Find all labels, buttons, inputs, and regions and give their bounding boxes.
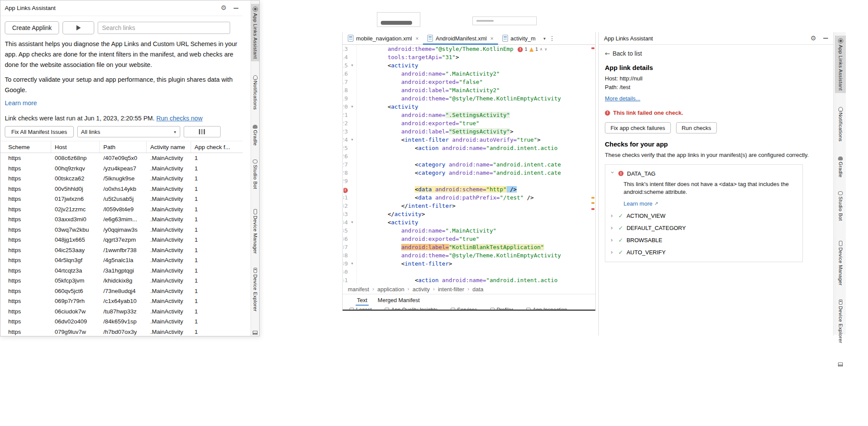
error-stripe-mark[interactable] xyxy=(591,208,594,210)
code-line[interactable]: 29 xyxy=(343,177,595,185)
breadcrumb-item-manifest[interactable]: manifest xyxy=(348,286,369,293)
more-details-link[interactable]: More details... xyxy=(605,95,640,102)
code-editor[interactable]: 13 android:theme="@style/Theme.KotlinEmp… xyxy=(343,45,595,284)
column-header[interactable]: Host xyxy=(51,141,100,153)
table-row[interactable]: https048jg1x665/qgrt37ezpm.MainActivity1 xyxy=(0,235,243,245)
bottom-tab-text[interactable]: Text xyxy=(353,296,371,305)
code-line[interactable]: 25 <action android:name="android.intent.… xyxy=(343,144,595,152)
code-line[interactable]: 14 tools:targetApi="31"> xyxy=(343,53,595,61)
fold-marker-icon[interactable]: ▾ xyxy=(348,218,357,226)
code-line[interactable]: 26 xyxy=(343,152,595,160)
check-row-auto-verify[interactable]: ›✓AUTO_VERIFY xyxy=(611,249,797,256)
bottom-tool-tab-services[interactable]: Services xyxy=(451,306,477,310)
table-row[interactable]: https05kfcp3jvm/khidckix8g.MainActivity1 xyxy=(0,276,243,286)
tool-strip-tab-device-manager[interactable]: Device Manager xyxy=(835,238,846,288)
tool-strip-tab-notifications[interactable]: Notifications xyxy=(251,73,259,113)
hidden-tabs-chevron-icon[interactable]: ▾ xyxy=(543,36,545,41)
code-line[interactable]: 19 android:theme="@style/Theme.KotlinEmp… xyxy=(343,94,595,103)
column-settings-button[interactable] xyxy=(184,126,221,137)
tool-strip-tab-studio-bot[interactable]: Studio Bot xyxy=(835,188,846,223)
error-stripe-mark[interactable] xyxy=(591,47,594,49)
table-row[interactable]: https00v5hhld0j/o0xhs14ykb.MainActivity1 xyxy=(0,184,243,194)
table-row[interactable]: https008c6z68np/407e09q5x0.MainActivity1 xyxy=(0,153,243,163)
code-line[interactable]: 23 android:label="SettingsActivity"> xyxy=(343,127,595,136)
code-line[interactable]: 34▾ <activity xyxy=(343,218,595,226)
code-line[interactable]: 28 <category android:name="android.inten… xyxy=(343,169,595,177)
check-row-browsable[interactable]: ›✓BROWSABLE xyxy=(611,236,797,243)
tool-strip-tab-device-manager[interactable]: Device Manager xyxy=(251,206,259,256)
tool-strip-tab-gradle[interactable]: Gradle xyxy=(251,122,259,148)
table-row[interactable]: https06dv02o409/84k659v1sp.MainActivity1 xyxy=(0,316,243,327)
check-learn-more[interactable]: Learn more ↗ xyxy=(624,200,797,207)
table-row[interactable]: https079g9luv7w/h7bd07ox3y.MainActivity1 xyxy=(0,327,243,337)
code-line[interactable]: 22 android:exported="true" xyxy=(343,119,595,127)
code-line[interactable]: 31 <data android:pathPrefix="/test" /> xyxy=(343,193,595,202)
code-line[interactable]: 36 android:exported="true" xyxy=(343,235,595,243)
inspection-widget[interactable]: !11∧∨ xyxy=(518,45,547,53)
table-row[interactable]: https04rtcqtz3a/3a1hgptqgi.MainActivity1 xyxy=(0,266,243,276)
warning-stripe-mark[interactable] xyxy=(591,202,594,204)
warning-stripe-mark[interactable] xyxy=(591,197,594,199)
code-line[interactable]: 38 android:theme="@style/Theme.KotlinEmp… xyxy=(343,251,595,260)
close-icon[interactable]: × xyxy=(416,35,419,42)
code-line[interactable]: 20▾ <activity xyxy=(343,103,595,111)
bottom-tool-tab-logcat[interactable]: Logcat xyxy=(350,306,372,310)
bottom-tool-tab-app-quality-insights[interactable]: App Quality Insights xyxy=(385,306,438,310)
column-header[interactable]: Scheme xyxy=(0,141,51,153)
code-line[interactable]: 18 android:label="MainActivity2" xyxy=(343,86,595,94)
fold-marker-icon[interactable]: ▾ xyxy=(348,61,357,70)
search-input[interactable] xyxy=(98,22,230,34)
table-row[interactable]: https04ic253aay/1wwnfbr738.MainActivity1 xyxy=(0,245,243,256)
code-line[interactable]: 32 </intent-filter> xyxy=(343,202,595,210)
tool-strip-tab-device-explorer[interactable]: Device Explorer xyxy=(835,297,846,346)
tool-strip-extra-tab[interactable] xyxy=(251,328,259,337)
tool-strip-tab-app-links-assistant[interactable]: App Links Assistant xyxy=(251,4,259,61)
breadcrumb-item-application[interactable]: application xyxy=(377,286,404,293)
links-filter-dropdown[interactable]: All links ▾ xyxy=(77,126,180,137)
bottom-tab-merged-manifest[interactable]: Merged Manifest xyxy=(374,296,424,305)
back-to-list-link[interactable]: ← Back to list xyxy=(605,50,827,57)
table-row[interactable]: https017jwlxzn6/u5t2usab5j.MainActivity1 xyxy=(0,194,243,204)
check-row-action-view[interactable]: ›✓ACTION_VIEW xyxy=(611,212,797,219)
code-line[interactable]: 33 </activity> xyxy=(343,210,595,218)
code-line[interactable]: 39▾ <intent-filter> xyxy=(343,260,595,268)
bottom-tool-tab-app-inspection[interactable]: App Inspection xyxy=(526,306,567,310)
tool-strip-tab-studio-bot[interactable]: Studio Bot xyxy=(251,156,259,192)
table-row[interactable]: https060qv5jct6/73ne8udqj4.MainActivity1 xyxy=(0,286,243,296)
breadcrumb-item-intent-filter[interactable]: intent-filter xyxy=(438,286,464,293)
close-icon[interactable]: × xyxy=(490,35,494,42)
fold-marker-icon[interactable]: ▾ xyxy=(348,103,357,111)
code-line[interactable]: 16 android:name=".MainActivity2" xyxy=(343,70,595,78)
tool-strip-tab-device-explorer[interactable]: Device Explorer xyxy=(251,265,259,314)
create-applink-button[interactable]: Create Applink xyxy=(5,21,59,34)
check-row-default-category[interactable]: ›✓DEFAULT_CATEGORY xyxy=(611,224,797,231)
code-line[interactable]: 41 <action android:name="android.intent.… xyxy=(343,276,595,284)
check-row-data-tag[interactable]: › ! DATA_TAG xyxy=(611,170,797,177)
next-issue-icon[interactable]: ∨ xyxy=(545,45,548,53)
code-line[interactable]: 13 android:theme="@style/Theme.KotlinEmp… xyxy=(343,45,595,53)
column-header[interactable]: Path xyxy=(100,141,147,153)
gear-icon[interactable]: ⚙ xyxy=(811,35,816,42)
breadcrumb-item-activity[interactable]: activity xyxy=(413,286,430,293)
code-line[interactable]: 17 android:exported="false" xyxy=(343,78,595,86)
tool-strip-tab-app-links-assistant[interactable]: App Links Assistant xyxy=(835,36,846,93)
code-line[interactable]: 15▾ <activity xyxy=(343,61,595,70)
table-row[interactable]: https02jv21zzmc/l059v8t4e9.MainActivity1 xyxy=(0,204,243,215)
fold-marker-icon[interactable]: ▾ xyxy=(348,136,357,144)
column-header[interactable]: Activity name xyxy=(147,141,191,153)
learn-more-link[interactable]: Learn more xyxy=(5,100,37,106)
tool-strip-extra-tab[interactable] xyxy=(835,360,846,369)
code-line[interactable]: 21 android:name=".SettingsActivity" xyxy=(343,111,595,119)
run-checks-button[interactable]: Run checks xyxy=(676,122,717,133)
table-row[interactable]: https04r5lqn3gf/4g5nalc1la.MainActivity1 xyxy=(0,255,243,266)
run-checks-now-link[interactable]: Run checks now xyxy=(156,115,202,122)
editor-tab-androidmanifest-xml[interactable]: AndroidManifest.xml× xyxy=(423,32,498,44)
code-line[interactable]: 40 xyxy=(343,268,595,276)
tab-options-icon[interactable]: ⋮ xyxy=(549,35,555,42)
code-line[interactable]: 24▾ <intent-filter android:autoVerify="t… xyxy=(343,136,595,144)
fix-app-check-failures-button[interactable]: Fix app check failures xyxy=(605,122,671,133)
table-row[interactable]: https03axxd3mi0/e6g63mim....MainActivity… xyxy=(0,214,243,225)
gear-icon[interactable]: ⚙ xyxy=(221,5,227,11)
tool-strip-tab-gradle[interactable]: Gradle xyxy=(835,154,846,180)
run-button[interactable] xyxy=(63,21,94,34)
